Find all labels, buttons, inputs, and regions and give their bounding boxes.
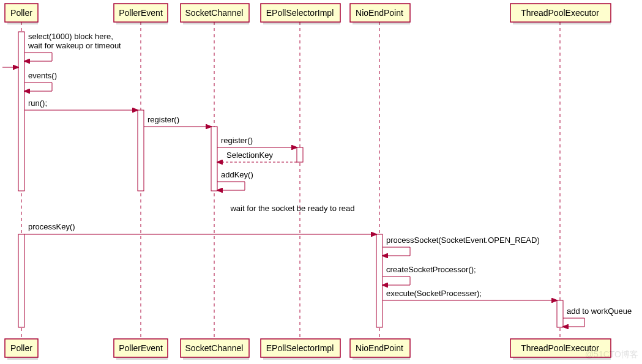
svg-text:SocketChannel: SocketChannel — [185, 8, 244, 18]
activation-epollselector — [297, 147, 303, 162]
msg-processkey: processKey() — [24, 222, 376, 234]
msg-add-workqueue: add to workQueue — [563, 306, 632, 327]
svg-text:processKey(): processKey() — [28, 222, 75, 231]
activation-poller-1 — [18, 32, 24, 191]
svg-text:NioEndPoint: NioEndPoint — [356, 8, 403, 18]
msg-events: events() — [24, 71, 57, 91]
activation-poller-2 — [18, 234, 24, 327]
svg-text:createSocketProcessor();: createSocketProcessor(); — [386, 265, 476, 274]
activation-pollerevent — [138, 110, 144, 191]
msg-run: run(); — [24, 98, 138, 110]
msg-addkey: addKey() — [217, 170, 253, 190]
msg-execute: execute(SocketProcesser); — [383, 289, 557, 300]
svg-text:run();: run(); — [28, 98, 47, 108]
activation-threadpoolexecutor — [557, 300, 563, 327]
svg-text:ThreadPoolExecutor: ThreadPoolExecutor — [521, 8, 599, 18]
svg-text:wait for wakeup or timeout: wait for wakeup or timeout — [28, 41, 121, 50]
svg-text:processSocket(SocketEvent.OPEN: processSocket(SocketEvent.OPEN_READ) — [386, 236, 540, 245]
watermark: @51CTO博客 — [585, 349, 638, 360]
participant-threadpoolexecutor-top: ThreadPoolExecutor — [510, 4, 611, 24]
svg-text:Poller: Poller — [10, 8, 32, 18]
msg-processsocket: processSocket(SocketEvent.OPEN_READ) — [383, 236, 540, 256]
participant-nioendpoint-top: NioEndPoint — [350, 4, 410, 24]
participant-pollerevent-top: PollerEvent — [114, 4, 168, 24]
svg-text:SocketChannel: SocketChannel — [185, 343, 244, 353]
svg-text:PollerEvent: PollerEvent — [119, 8, 163, 18]
participant-poller-bottom: Poller — [5, 339, 38, 360]
msg-createsocketprocessor: createSocketProcessor(); — [383, 265, 476, 285]
svg-text:Poller: Poller — [10, 343, 32, 353]
svg-text:EPollSelectorImpl: EPollSelectorImpl — [266, 8, 334, 18]
participant-poller-top: Poller — [5, 4, 38, 24]
participant-epollselector-top: EPollSelectorImpl — [261, 4, 340, 24]
activation-socketchannel — [211, 127, 217, 191]
participant-pollerevent-bottom: PollerEvent — [114, 339, 168, 360]
svg-text:EPollSelectorImpl: EPollSelectorImpl — [266, 343, 334, 353]
svg-text:register(): register() — [221, 136, 253, 145]
participant-nioendpoint-bottom: NioEndPoint — [350, 339, 410, 360]
svg-text:register(): register() — [147, 115, 179, 124]
msg-register-2: register() — [217, 136, 297, 147]
msg-selectionkey: SelectionKey — [217, 150, 297, 162]
svg-text:add to workQueue: add to workQueue — [567, 306, 632, 316]
activation-nioendpoint — [376, 234, 383, 327]
svg-text:SelectionKey: SelectionKey — [226, 150, 273, 160]
svg-text:addKey(): addKey() — [221, 170, 253, 179]
participant-socketchannel-top: SocketChannel — [181, 4, 249, 24]
svg-text:execute(SocketProcesser);: execute(SocketProcesser); — [386, 289, 482, 298]
svg-text:PollerEvent: PollerEvent — [119, 343, 163, 353]
sequence-diagram: Poller PollerEvent SocketChannel EPollSe… — [0, 0, 642, 364]
svg-text:events(): events() — [28, 71, 57, 80]
participant-epollselector-bottom: EPollSelectorImpl — [261, 339, 340, 360]
msg-register-1: register() — [144, 115, 211, 127]
svg-text:NioEndPoint: NioEndPoint — [356, 343, 403, 353]
svg-text:select(1000) block here,: select(1000) block here, — [28, 32, 113, 41]
participant-socketchannel-bottom: SocketChannel — [181, 339, 249, 360]
note-wait-socket: wait for the socket be ready to read — [230, 204, 354, 213]
msg-select-block: select(1000) block here, wait for wakeup… — [24, 32, 121, 61]
